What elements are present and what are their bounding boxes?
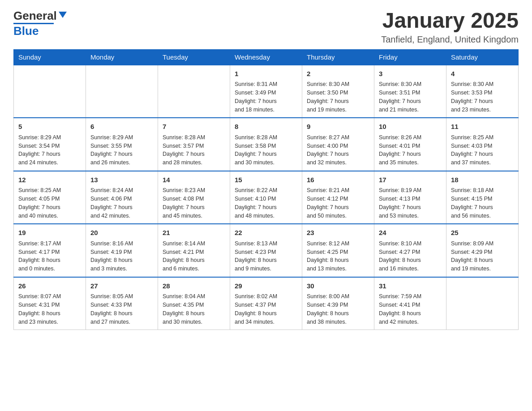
calendar-cell: 10Sunrise: 8:26 AM Sunset: 4:01 PM Dayli… [374,118,446,171]
day-number: 19 [18,228,81,238]
calendar-title: January 2025 [381,9,519,33]
calendar-cell: 13Sunrise: 8:24 AM Sunset: 4:06 PM Dayli… [86,171,158,224]
day-info: Sunrise: 8:30 AM Sunset: 3:50 PM Dayligh… [307,80,369,114]
calendar-cell: 7Sunrise: 8:28 AM Sunset: 3:57 PM Daylig… [158,118,230,171]
day-info: Sunrise: 7:59 AM Sunset: 4:41 PM Dayligh… [379,292,442,326]
calendar-cell [86,65,158,118]
column-header-wednesday: Wednesday [230,49,302,65]
page-header: General Blue January 2025 Tanfield, Engl… [13,9,519,45]
calendar-cell [14,65,86,118]
calendar-cell: 1Sunrise: 8:31 AM Sunset: 3:49 PM Daylig… [230,65,302,118]
day-info: Sunrise: 8:02 AM Sunset: 4:37 PM Dayligh… [235,292,297,326]
calendar-cell: 9Sunrise: 8:27 AM Sunset: 4:00 PM Daylig… [302,118,374,171]
day-info: Sunrise: 8:22 AM Sunset: 4:10 PM Dayligh… [235,186,297,220]
day-number: 25 [451,228,514,238]
calendar-cell: 5Sunrise: 8:29 AM Sunset: 3:54 PM Daylig… [14,118,86,171]
calendar-cell [446,277,519,330]
day-info: Sunrise: 8:12 AM Sunset: 4:25 PM Dayligh… [307,240,369,273]
day-info: Sunrise: 8:30 AM Sunset: 3:51 PM Dayligh… [379,80,442,114]
column-header-monday: Monday [86,49,158,65]
calendar-cell: 21Sunrise: 8:14 AM Sunset: 4:21 PM Dayli… [158,224,230,277]
day-number: 5 [18,122,81,132]
calendar-cell: 31Sunrise: 7:59 AM Sunset: 4:41 PM Dayli… [374,277,446,330]
day-info: Sunrise: 8:28 AM Sunset: 3:58 PM Dayligh… [235,133,297,167]
day-info: Sunrise: 8:05 AM Sunset: 4:33 PM Dayligh… [90,292,153,326]
day-number: 12 [18,175,81,185]
day-number: 4 [451,69,514,79]
day-number: 29 [235,281,297,291]
calendar-cell: 11Sunrise: 8:25 AM Sunset: 4:03 PM Dayli… [446,118,519,171]
calendar-cell: 28Sunrise: 8:04 AM Sunset: 4:35 PM Dayli… [158,277,230,330]
week-row-1: 1Sunrise: 8:31 AM Sunset: 3:49 PM Daylig… [14,65,519,118]
day-number: 21 [163,228,225,238]
calendar-cell: 27Sunrise: 8:05 AM Sunset: 4:33 PM Dayli… [86,277,158,330]
day-info: Sunrise: 8:30 AM Sunset: 3:53 PM Dayligh… [451,80,514,114]
day-info: Sunrise: 8:25 AM Sunset: 4:05 PM Dayligh… [18,186,81,220]
day-info: Sunrise: 8:28 AM Sunset: 3:57 PM Dayligh… [163,133,225,167]
day-number: 15 [235,175,297,185]
calendar-cell: 15Sunrise: 8:22 AM Sunset: 4:10 PM Dayli… [230,171,302,224]
day-number: 30 [307,281,369,291]
logo: General Blue [13,9,68,38]
calendar-cell: 20Sunrise: 8:16 AM Sunset: 4:19 PM Dayli… [86,224,158,277]
calendar-cell: 22Sunrise: 8:13 AM Sunset: 4:23 PM Dayli… [230,224,302,277]
calendar-cell: 3Sunrise: 8:30 AM Sunset: 3:51 PM Daylig… [374,65,446,118]
svg-marker-0 [59,12,67,18]
day-number: 6 [90,122,153,132]
day-info: Sunrise: 8:18 AM Sunset: 4:15 PM Dayligh… [451,186,514,220]
day-number: 23 [307,228,369,238]
day-number: 28 [163,281,225,291]
week-row-2: 5Sunrise: 8:29 AM Sunset: 3:54 PM Daylig… [14,118,519,171]
week-row-5: 26Sunrise: 8:07 AM Sunset: 4:31 PM Dayli… [14,277,519,330]
calendar-cell: 18Sunrise: 8:18 AM Sunset: 4:15 PM Dayli… [446,171,519,224]
logo-general-text: General [13,9,57,23]
day-info: Sunrise: 8:00 AM Sunset: 4:39 PM Dayligh… [307,292,369,326]
week-row-3: 12Sunrise: 8:25 AM Sunset: 4:05 PM Dayli… [14,171,519,224]
day-info: Sunrise: 8:13 AM Sunset: 4:23 PM Dayligh… [235,240,297,273]
day-info: Sunrise: 8:10 AM Sunset: 4:27 PM Dayligh… [379,240,442,273]
day-number: 8 [235,122,297,132]
calendar-cell: 2Sunrise: 8:30 AM Sunset: 3:50 PM Daylig… [302,65,374,118]
day-number: 31 [379,281,442,291]
calendar-cell: 19Sunrise: 8:17 AM Sunset: 4:17 PM Dayli… [14,224,86,277]
week-row-4: 19Sunrise: 8:17 AM Sunset: 4:17 PM Dayli… [14,224,519,277]
day-number: 27 [90,281,153,291]
day-number: 20 [90,228,153,238]
day-number: 9 [307,122,369,132]
day-number: 3 [379,69,442,79]
column-header-sunday: Sunday [14,49,86,65]
day-number: 26 [18,281,81,291]
day-info: Sunrise: 8:19 AM Sunset: 4:13 PM Dayligh… [379,186,442,220]
calendar-cell: 24Sunrise: 8:10 AM Sunset: 4:27 PM Dayli… [374,224,446,277]
day-number: 1 [235,69,297,79]
calendar-cell: 8Sunrise: 8:28 AM Sunset: 3:58 PM Daylig… [230,118,302,171]
day-info: Sunrise: 8:04 AM Sunset: 4:35 PM Dayligh… [163,292,225,326]
calendar-cell: 4Sunrise: 8:30 AM Sunset: 3:53 PM Daylig… [446,65,519,118]
calendar-cell: 26Sunrise: 8:07 AM Sunset: 4:31 PM Dayli… [14,277,86,330]
day-number: 16 [307,175,369,185]
calendar-cell: 29Sunrise: 8:02 AM Sunset: 4:37 PM Dayli… [230,277,302,330]
day-number: 10 [379,122,442,132]
calendar-cell: 16Sunrise: 8:21 AM Sunset: 4:12 PM Dayli… [302,171,374,224]
day-info: Sunrise: 8:26 AM Sunset: 4:01 PM Dayligh… [379,133,442,167]
day-info: Sunrise: 8:23 AM Sunset: 4:08 PM Dayligh… [163,186,225,220]
day-info: Sunrise: 8:31 AM Sunset: 3:49 PM Dayligh… [235,80,297,114]
column-header-saturday: Saturday [446,49,519,65]
calendar-cell [158,65,230,118]
calendar-cell: 30Sunrise: 8:00 AM Sunset: 4:39 PM Dayli… [302,277,374,330]
column-header-tuesday: Tuesday [158,49,230,65]
title-section: January 2025 Tanfield, England, United K… [381,9,519,45]
calendar-cell: 14Sunrise: 8:23 AM Sunset: 4:08 PM Dayli… [158,171,230,224]
calendar-header-row: SundayMondayTuesdayWednesdayThursdayFrid… [14,49,519,65]
day-info: Sunrise: 8:16 AM Sunset: 4:19 PM Dayligh… [90,240,153,273]
calendar-subtitle: Tanfield, England, United Kingdom [381,34,519,45]
day-number: 14 [163,175,225,185]
day-info: Sunrise: 8:17 AM Sunset: 4:17 PM Dayligh… [18,240,81,273]
day-info: Sunrise: 8:29 AM Sunset: 3:54 PM Dayligh… [18,133,81,167]
day-info: Sunrise: 8:21 AM Sunset: 4:12 PM Dayligh… [307,186,369,220]
logo-blue-text: Blue [13,24,39,38]
column-header-thursday: Thursday [302,49,374,65]
calendar-cell: 25Sunrise: 8:09 AM Sunset: 4:29 PM Dayli… [446,224,519,277]
calendar-cell: 6Sunrise: 8:29 AM Sunset: 3:55 PM Daylig… [86,118,158,171]
day-info: Sunrise: 8:29 AM Sunset: 3:55 PM Dayligh… [90,133,153,167]
